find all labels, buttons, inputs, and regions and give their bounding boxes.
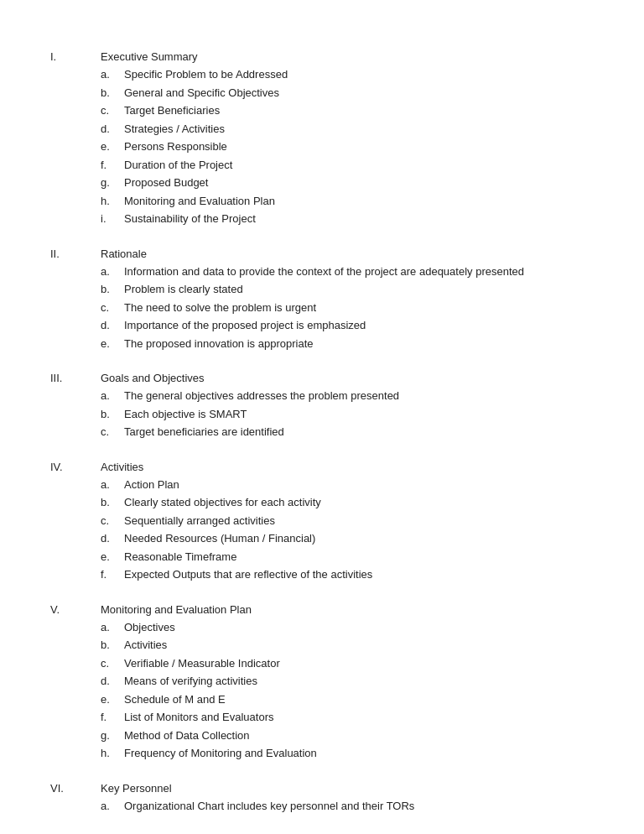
section-5: V.Monitoring and Evaluation Plana.Object… (50, 603, 585, 764)
section-content: Goals and Objectivesa.The general object… (101, 372, 585, 442)
item-text: Strategies / Activities (124, 121, 585, 138)
item-label: e. (101, 691, 124, 708)
item-text: Method of Data Collection (124, 727, 585, 744)
sub-list: a.Organizational Chart includes key pers… (101, 798, 585, 815)
item-label: b. (101, 406, 124, 423)
section-content: Monitoring and Evaluation Plana.Objectiv… (101, 603, 585, 764)
list-item: d.Means of verifying activities (101, 673, 585, 690)
list-item: h.Monitoring and Evaluation Plan (101, 193, 585, 210)
section-number: I. (50, 50, 101, 229)
item-label: b. (101, 494, 124, 511)
section-number: IV. (50, 461, 101, 585)
item-text: Needed Resources (Human / Financial) (124, 530, 585, 547)
item-label: a. (101, 66, 124, 83)
item-text: Specific Problem to be Addressed (124, 66, 585, 83)
item-label: c. (101, 655, 124, 672)
sub-list: a.Information and data to provide the co… (101, 263, 585, 352)
list-item: c.The need to solve the problem is urgen… (101, 300, 585, 316)
section-number: V. (50, 603, 101, 764)
item-text: Sustainability of the Project (124, 211, 585, 227)
list-item: b.Clearly stated objectives for each act… (101, 494, 585, 511)
item-label: a. (101, 619, 124, 636)
item-text: Action Plan (124, 477, 585, 493)
item-text: List of Monitors and Evaluators (124, 709, 585, 726)
section-1: I.Executive Summarya.Specific Problem to… (50, 50, 585, 229)
item-label: c. (101, 513, 124, 529)
item-label: d. (101, 673, 124, 690)
item-text: Monitoring and Evaluation Plan (124, 193, 585, 210)
item-text: Problem is clearly stated (124, 281, 585, 298)
item-label: e. (101, 549, 124, 566)
list-item: d.Importance of the proposed project is … (101, 317, 585, 334)
item-label: a. (101, 388, 124, 404)
item-text: Persons Responsible (124, 138, 585, 155)
section-title: Goals and Objectives (101, 372, 585, 384)
item-label: a. (101, 263, 124, 280)
item-label: i. (101, 211, 124, 227)
item-label: a. (101, 477, 124, 493)
item-text: Frequency of Monitoring and Evaluation (124, 745, 585, 762)
item-text: Target Beneficiaries (124, 102, 585, 119)
section-title: Executive Summary (101, 50, 585, 63)
item-text: Target beneficiaries are identified (124, 424, 585, 440)
item-text: Organizational Chart includes key person… (124, 798, 585, 815)
section-title: Activities (101, 461, 585, 473)
sub-list: a.Action Planb.Clearly stated objectives… (101, 477, 585, 583)
item-label: b. (101, 281, 124, 298)
list-item: e.Persons Responsible (101, 138, 585, 155)
item-text: General and Specific Objectives (124, 85, 585, 102)
sub-list: a.Specific Problem to be Addressedb.Gene… (101, 66, 585, 227)
item-text: Objectives (124, 619, 585, 636)
item-label: g. (101, 727, 124, 744)
item-label: d. (101, 121, 124, 138)
list-item: h.Frequency of Monitoring and Evaluation (101, 745, 585, 762)
list-item: e.Schedule of M and E (101, 691, 585, 708)
item-label: d. (101, 530, 124, 547)
item-text: Information and data to provide the cont… (124, 263, 585, 280)
section-title: Monitoring and Evaluation Plan (101, 603, 585, 616)
list-item: a.The general objectives addresses the p… (101, 388, 585, 404)
item-text: Expected Outputs that are reflective of … (124, 566, 585, 583)
list-item: b.Problem is clearly stated (101, 281, 585, 298)
item-text: The need to solve the problem is urgent (124, 300, 585, 316)
list-item: c.Target Beneficiaries (101, 102, 585, 119)
section-number: III. (50, 372, 101, 442)
item-label: h. (101, 745, 124, 762)
item-text: The general objectives addresses the pro… (124, 388, 585, 404)
item-text: The proposed innovation is appropriate (124, 336, 585, 352)
item-label: c. (101, 300, 124, 316)
list-item: g.Proposed Budget (101, 175, 585, 191)
section-title: Rationale (101, 248, 585, 260)
item-text: Reasonable Timeframe (124, 549, 585, 566)
section-6: VI.Key Personnela.Organizational Chart i… (50, 782, 585, 816)
item-label: c. (101, 424, 124, 440)
list-item: a.Objectives (101, 619, 585, 636)
list-item: g.Method of Data Collection (101, 727, 585, 744)
item-text: Proposed Budget (124, 175, 585, 191)
item-label: c. (101, 102, 124, 119)
item-text: Duration of the Project (124, 157, 585, 174)
section-number: VI. (50, 782, 101, 816)
list-item: b.General and Specific Objectives (101, 85, 585, 102)
item-text: Importance of the proposed project is em… (124, 317, 585, 334)
item-label: d. (101, 317, 124, 334)
item-label: f. (101, 157, 124, 174)
list-item: i.Sustainability of the Project (101, 211, 585, 227)
list-item: e.Reasonable Timeframe (101, 549, 585, 566)
item-label: e. (101, 336, 124, 352)
list-item: a.Organizational Chart includes key pers… (101, 798, 585, 815)
list-item: c.Verifiable / Measurable Indicator (101, 655, 585, 672)
sub-list: a.Objectivesb.Activitiesc.Verifiable / M… (101, 619, 585, 762)
item-label: g. (101, 175, 124, 191)
item-text: Activities (124, 637, 585, 654)
item-text: Sequentially arranged activities (124, 513, 585, 529)
item-text: Clearly stated objectives for each activ… (124, 494, 585, 511)
item-label: e. (101, 138, 124, 155)
list-item: f.Duration of the Project (101, 157, 585, 174)
section-title: Key Personnel (101, 782, 585, 795)
section-content: Rationalea.Information and data to provi… (101, 248, 585, 354)
list-item: d.Needed Resources (Human / Financial) (101, 530, 585, 547)
list-item: f.Expected Outputs that are reflective o… (101, 566, 585, 583)
list-item: a.Action Plan (101, 477, 585, 493)
list-item: f.List of Monitors and Evaluators (101, 709, 585, 726)
